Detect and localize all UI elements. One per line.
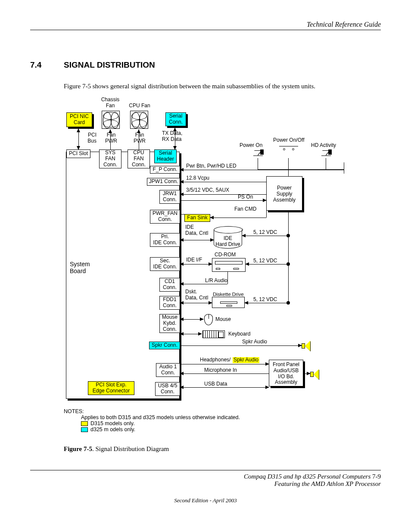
arr-fp: [180, 170, 344, 170]
signal-diagram: System Board Chassis Fan CPU Fan PCI NIC…: [64, 98, 352, 401]
footer-rule: Compaq D315 and hp d325 Personal Compute…: [30, 470, 381, 504]
label-power-on: Power On: [240, 143, 262, 149]
box-psu: Power Supply Assembly: [266, 176, 302, 211]
box-mouse-kbd: Mouse Kybd. Conn.: [159, 314, 180, 333]
diskette-icon: [212, 297, 245, 308]
figure-caption: Figure 7-5. Signal Distribution Diagram: [64, 445, 381, 453]
box-pri-ide: Pri. IDE Conn.: [150, 233, 180, 247]
box-sec-ide: Sec. IDE Conn.: [150, 257, 180, 271]
box-front-panel: Front Panel Audio/USB I/O Bd. Assembly: [269, 360, 303, 386]
cdrom-icon: [212, 258, 246, 272]
arr-lraudio-up: [227, 272, 228, 284]
sig-pson: PS On: [238, 194, 253, 200]
sig-512-1: 5, 12 VDC: [253, 230, 277, 236]
sig-lraudio: L/R Audio: [205, 278, 227, 284]
psu-up: [288, 158, 289, 176]
figure-wrapper: System Board Chassis Fan CPU Fan PCI NIC…: [64, 98, 381, 401]
box-sys-fan: SYS FAN Conn.: [99, 149, 121, 168]
section-title: SIGNAL DISTRIBUTION: [64, 60, 155, 70]
arr-kbd: [180, 334, 202, 334]
arr-hp: [180, 364, 269, 364]
label-power-onoff: Power On/Off: [273, 137, 304, 143]
arrow-fan1: [110, 130, 111, 149]
arr-ide-pwr: [242, 236, 289, 236]
arrow-serial: [175, 128, 175, 149]
arr-fan-stub: [180, 214, 184, 215]
system-board-label: System Board: [70, 261, 90, 274]
sig-dskt: Dskt. Data, Cntl: [185, 289, 208, 301]
footer-page: 7-9: [371, 473, 381, 480]
sig-512-3: 5, 12 VDC: [253, 297, 277, 303]
arr-mic: [180, 373, 269, 374]
sig-hp: Headphones/: [200, 357, 230, 363]
label-cdrom: CD-ROM: [215, 252, 236, 258]
box-jrw1: JRW1 Conn.: [159, 190, 180, 204]
box-audio1: Audio 1 Conn.: [156, 363, 180, 377]
psu-trunk: [288, 211, 289, 303]
page-footer: Compaq D315 and hp d325 Personal Compute…: [30, 473, 381, 488]
arr-spkr: [180, 345, 302, 346]
box-cd1: CD1 Conn.: [159, 278, 180, 292]
box-fdd1: FDD1 Conn.: [159, 296, 180, 310]
arr-mouse: [180, 319, 203, 320]
arr-lraudio: [180, 284, 227, 284]
footer-edition: Second Edition - April 2003: [30, 497, 381, 504]
caption-text: . Signal Distribution Diagram: [92, 445, 169, 452]
label-txrx: TX Data, RX Data: [162, 131, 192, 143]
legend-yellow-icon: [81, 421, 88, 426]
arr-vcpu: [180, 182, 266, 182]
label-pci-bus: PCI Bus: [82, 132, 97, 144]
keyboard-icon: [202, 330, 225, 338]
notes-line1: Applies to both D315 and d325 models unl…: [81, 414, 381, 420]
label-chassis-fan: Chassis Fan: [97, 97, 123, 109]
arr-usb: [180, 387, 269, 388]
cpu-fan-icon: [130, 111, 148, 129]
sig-ide: IDE Data, Cntl: [185, 224, 208, 236]
sig-hp-y: Spkr Audio: [233, 357, 259, 363]
arr-fancmd: [210, 218, 266, 218]
label-hd-activity: HD Activity: [311, 143, 336, 149]
box-serial-conn: Serial Conn.: [165, 112, 186, 126]
label-mouse: Mouse: [215, 317, 231, 323]
notes-d315: D315 models only.: [90, 420, 135, 426]
section-heading: 7.4 SIGNAL DISTRIBUTION: [30, 60, 381, 70]
sig-pwrbtn: Pwr Btn, Pwr/HD LED: [186, 163, 237, 169]
system-board-box: [66, 152, 180, 399]
sig-mic: Microphone In: [204, 367, 237, 373]
sig-512-2: 5, 12 VDC: [253, 258, 277, 264]
arr-fp-spk: [303, 373, 310, 374]
box-usb45: USB 4/5 Conn.: [155, 382, 180, 396]
box-pwrfan: PWR_FAN Conn.: [150, 210, 180, 224]
box-pci-nic: PCI NIC Card: [66, 112, 92, 127]
sig-vdcaux: 3/5/12 VDC, 5AUX: [186, 187, 229, 193]
legend-cyan-icon: [81, 427, 88, 432]
footer-line1: Compaq D315 and hp d325 Personal Compute…: [244, 473, 371, 480]
box-pci-edge: PCI Slot Exp. Edge Connector: [88, 381, 134, 395]
page-header: Technical Reference Guide: [30, 21, 381, 30]
sig-ideif: IDE I/F: [186, 257, 202, 263]
arr-dskt: [180, 303, 212, 303]
speaker-icon-2: [310, 368, 320, 380]
box-fp-conn: F_P Conn.: [150, 166, 180, 174]
mouse-icon: [204, 314, 213, 325]
box-pci-slot: PCI Slot: [66, 149, 90, 158]
box-fan-sink: Fan Sink: [184, 214, 210, 222]
notes-heading: NOTES:: [64, 408, 381, 414]
arr-fp-up: [344, 162, 344, 170]
label-diskette: Diskette Drive: [213, 292, 244, 297]
label-cpu-fan: CPU Fan: [126, 103, 153, 109]
label-ide-hd: IDE Hard Drive: [214, 236, 242, 248]
label-fan-pwr1: Fan PWR: [103, 132, 120, 144]
arr-fancmd-up: [266, 211, 267, 218]
sig-usb: USB Data: [204, 381, 227, 387]
label-fan-pwr2: Fan PWR: [131, 132, 148, 144]
arr-ideif: [180, 264, 212, 264]
header-title: Technical Reference Guide: [307, 21, 381, 28]
section-number: 7.4: [30, 60, 64, 70]
box-spkr-conn: Spkr Conn.: [149, 342, 180, 349]
label-keyboard: Keyboard: [228, 331, 250, 337]
speaker-icon-1: [302, 340, 311, 352]
arr-dsk-pwr: [245, 303, 289, 303]
box-serial-header: Serial Header: [154, 149, 177, 163]
sig-spkr: Spkr Audio: [242, 339, 267, 345]
